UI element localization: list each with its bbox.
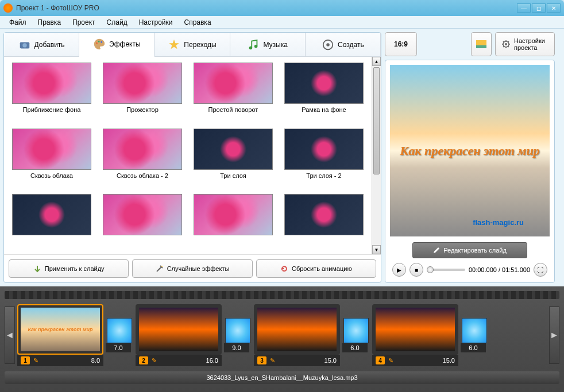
tabs: Добавить Эффекты Переходы Музыка Создать	[4, 33, 381, 57]
edit-slide-button[interactable]: Редактировать слайд	[412, 242, 527, 258]
tab-create[interactable]: Создать	[306, 33, 381, 56]
svg-point-9	[161, 266, 163, 267]
effect-item[interactable]: Три слоя - 2	[279, 127, 369, 191]
menu-file[interactable]: Файл	[3, 17, 32, 28]
tab-create-label: Создать	[338, 41, 364, 49]
slide-duration[interactable]: 15.0	[325, 357, 337, 364]
timeline-slide[interactable]: 2 ✎ 16.0	[136, 304, 222, 366]
apply-to-slide-button[interactable]: Применить к слайду	[9, 259, 129, 278]
gear-icon	[501, 40, 511, 49]
palette-icon	[93, 38, 106, 51]
menu-help[interactable]: Справка	[178, 17, 217, 28]
transition-item[interactable]: 9.0	[224, 318, 252, 352]
wand-icon	[156, 265, 164, 273]
timeline-prev-button[interactable]: ◄	[5, 306, 15, 364]
svg-point-1	[22, 43, 26, 47]
effect-item[interactable]: Простой поворот	[188, 61, 279, 125]
random-effects-button[interactable]: Случайные эффекты	[132, 259, 252, 278]
seek-bar[interactable]	[427, 269, 465, 271]
music-icon	[247, 38, 260, 51]
menu-project[interactable]: Проект	[67, 17, 101, 28]
filmstrip-top	[5, 291, 559, 299]
stop-button[interactable]: ■	[410, 263, 423, 277]
playback-controls: ▶ ■ 00:00.000 / 01:51.000 ⛶	[390, 262, 550, 278]
slide-duration[interactable]: 15.0	[443, 357, 455, 364]
slide-duration[interactable]: 16.0	[206, 357, 218, 364]
pencil-icon[interactable]: ✎	[270, 357, 275, 364]
tab-transitions-label: Переходы	[184, 41, 216, 49]
slide-number: 2	[139, 356, 148, 364]
scroll-down-button[interactable]: ▼	[372, 245, 381, 254]
reset-animation-button[interactable]: Сбросить анимацию	[256, 259, 376, 278]
left-panel: Добавить Эффекты Переходы Музыка Создать…	[3, 32, 381, 283]
effect-item[interactable]: Приближение фона	[6, 61, 97, 125]
tab-add[interactable]: Добавить	[4, 33, 79, 56]
tab-effects[interactable]: Эффекты	[79, 33, 154, 57]
effect-item[interactable]	[188, 193, 279, 250]
audio-filename: 3624033_Lyus_en_SHambalani__Muzuyka_lesa…	[206, 374, 357, 381]
tab-transitions[interactable]: Переходы	[154, 33, 230, 56]
app-icon	[3, 3, 13, 13]
window-title: Проект 1 - ФотоШОУ PRO	[16, 4, 517, 12]
play-button[interactable]: ▶	[392, 263, 406, 277]
effect-item[interactable]	[97, 193, 188, 250]
menubar: Файл Правка Проект Слайд Настройки Справ…	[0, 16, 564, 29]
transition-item[interactable]: 6.0	[461, 318, 488, 352]
maximize-button[interactable]: ◻	[532, 3, 546, 13]
effect-item[interactable]	[279, 193, 369, 250]
right-panel: 16:9 Настройки проекта Как прекрасен это…	[385, 32, 555, 283]
pencil-icon[interactable]: ✎	[388, 357, 393, 364]
scroll-thumb[interactable]	[373, 67, 380, 174]
watermark: flash-magic.ru	[473, 218, 524, 227]
camera-icon	[18, 38, 31, 51]
scroll-up-button[interactable]: ▲	[372, 57, 381, 66]
close-button[interactable]: ✕	[547, 3, 561, 13]
timeline-slide[interactable]: Как прекрасен этот мир 1 ✎ 8.0	[17, 304, 103, 366]
slide-number: 3	[257, 356, 266, 364]
slides-row: ◄ Как прекрасен этот мир 1 ✎ 8.0 7.0 2 ✎…	[5, 304, 559, 367]
timeline-next-button[interactable]: ►	[549, 306, 559, 364]
tab-music[interactable]: Музыка	[230, 33, 306, 56]
slide-duration[interactable]: 8.0	[91, 357, 100, 364]
menu-slide[interactable]: Слайд	[101, 17, 133, 28]
svg-point-13	[505, 43, 507, 45]
audio-track[interactable]: 3624033_Lyus_en_SHambalani__Muzuyka_lesa…	[5, 371, 559, 384]
effects-scrollbar[interactable]: ▲ ▼	[372, 57, 381, 254]
reset-icon	[280, 265, 288, 273]
main-area: Добавить Эффекты Переходы Музыка Создать…	[0, 29, 564, 286]
effects-actions: Применить к слайду Случайные эффекты Сбр…	[4, 254, 381, 282]
menu-edit[interactable]: Правка	[32, 17, 67, 28]
minimize-button[interactable]: —	[517, 3, 531, 13]
titlebar: Проект 1 - ФотоШОУ PRO — ◻ ✕	[0, 0, 564, 16]
effects-grid: Приближение фона Прожектор Простой повор…	[4, 57, 372, 254]
pencil-icon[interactable]: ✎	[152, 357, 157, 364]
tab-add-label: Добавить	[34, 41, 65, 49]
slide-number: 4	[376, 356, 385, 364]
transition-item[interactable]: 7.0	[106, 318, 133, 352]
project-settings-button[interactable]: Настройки проекта	[495, 32, 555, 56]
effect-item[interactable]	[6, 193, 97, 250]
right-top-row: 16:9 Настройки проекта	[385, 32, 555, 56]
slide-number: 1	[21, 356, 30, 364]
seek-handle[interactable]	[427, 266, 434, 273]
timeline-slide[interactable]: 4 ✎ 15.0	[372, 304, 458, 366]
effect-item[interactable]: Сквозь облака - 2	[97, 127, 188, 191]
menu-settings[interactable]: Настройки	[133, 17, 179, 28]
fullscreen-button[interactable]: ⛶	[534, 263, 547, 277]
timeline-slide[interactable]: 3 ✎ 15.0	[254, 304, 340, 366]
gear-icon	[322, 38, 334, 51]
transition-item[interactable]: 6.0	[342, 318, 370, 352]
effect-item[interactable]: Сквозь облака	[6, 127, 97, 191]
svg-rect-11	[476, 45, 486, 48]
effect-item[interactable]: Три слоя	[188, 127, 279, 191]
time-display: 00:00.000 / 01:51.000	[469, 266, 530, 273]
effect-item[interactable]: Рамка на фоне	[279, 61, 369, 125]
aspect-ratio-button[interactable]: 16:9	[385, 32, 417, 56]
window-controls: — ◻ ✕	[517, 3, 561, 13]
svg-point-4	[101, 41, 102, 43]
preview-image: Как прекрасен этот мир	[390, 65, 550, 236]
pencil-icon[interactable]: ✎	[33, 357, 38, 364]
background-color-button[interactable]	[471, 32, 492, 56]
preview-text: Как прекрасен этот мир	[400, 143, 539, 158]
effect-item[interactable]: Прожектор	[97, 61, 188, 125]
